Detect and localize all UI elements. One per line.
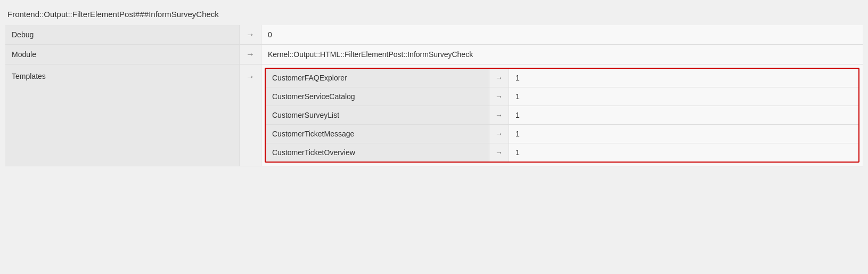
template-item-label: CustomerTicketMessage (266, 125, 489, 143)
debug-value: 0 (261, 25, 863, 44)
template-item-label: CustomerServiceCatalog (266, 87, 489, 106)
template-item-arrow: → (489, 106, 509, 124)
template-item-value: 1 (509, 106, 858, 124)
template-item-arrow: → (489, 125, 509, 143)
template-item-label: CustomerFAQExplorer (266, 69, 489, 87)
template-item-row: CustomerSurveyList→1 (266, 106, 858, 125)
template-item-arrow: → (489, 87, 509, 106)
templates-label: Templates (5, 65, 240, 166)
template-item-value: 1 (509, 143, 858, 162)
templates-value-cell: CustomerFAQExplorer→1CustomerServiceCata… (261, 65, 863, 166)
page-container: Frontend::Output::FilterElementPost###In… (0, 0, 868, 274)
module-arrow: → (240, 45, 261, 64)
templates-arrow: → (240, 65, 261, 166)
module-row: Module → Kernel::Output::HTML::FilterEle… (5, 45, 863, 65)
template-item-value: 1 (509, 87, 858, 106)
debug-label: Debug (5, 25, 240, 44)
templates-inner-box: CustomerFAQExplorer→1CustomerServiceCata… (265, 68, 859, 163)
module-value: Kernel::Output::HTML::FilterElementPost:… (261, 45, 863, 64)
templates-row: Templates → CustomerFAQExplorer→1Custome… (5, 65, 863, 166)
template-item-row: CustomerServiceCatalog→1 (266, 87, 858, 106)
template-item-row: CustomerTicketOverview→1 (266, 143, 858, 162)
template-items-container: CustomerFAQExplorer→1CustomerServiceCata… (266, 69, 858, 162)
module-label: Module (5, 45, 240, 64)
template-item-label: CustomerSurveyList (266, 106, 489, 124)
debug-row: Debug → 0 (5, 25, 863, 45)
template-item-row: CustomerTicketMessage→1 (266, 125, 858, 143)
template-item-label: CustomerTicketOverview (266, 143, 489, 162)
template-item-arrow: → (489, 143, 509, 162)
template-item-arrow: → (489, 69, 509, 87)
template-item-value: 1 (509, 125, 858, 143)
debug-arrow: → (240, 25, 261, 44)
template-item-row: CustomerFAQExplorer→1 (266, 69, 858, 87)
template-item-value: 1 (509, 69, 858, 87)
page-title: Frontend::Output::FilterElementPost###In… (5, 5, 863, 25)
